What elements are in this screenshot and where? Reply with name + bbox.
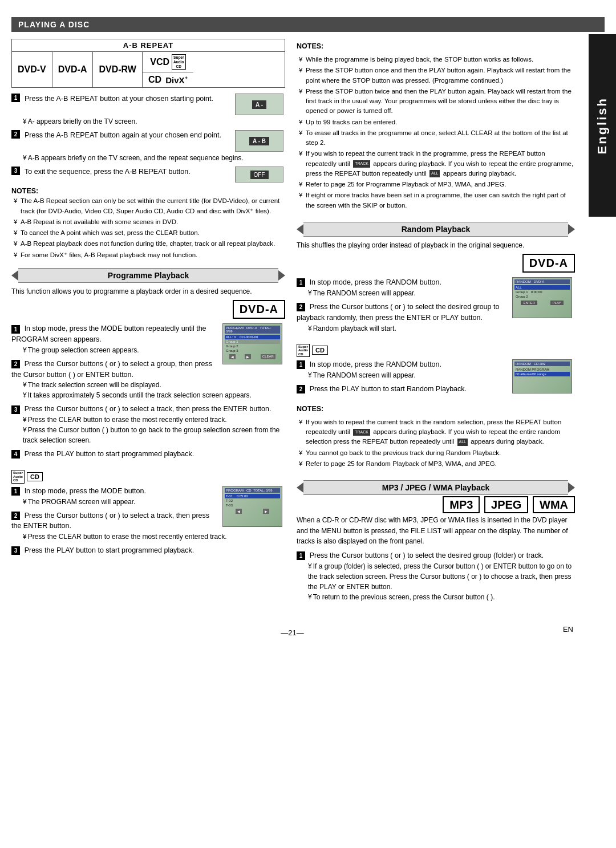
rand-cd-steptext-1: In stop mode, press the RANDOM button. xyxy=(310,360,441,368)
rand-dvda-stepnum-2: 2 xyxy=(297,303,305,311)
random-notes: If you wish to repeat the current track … xyxy=(297,417,575,469)
prog-dvda-stepnum-2: 2 xyxy=(11,360,20,368)
step-text-2: Press the A-B REPEAT button again at you… xyxy=(25,130,221,141)
ab-step-1: 1 Press the A-B REPEAT button at your ch… xyxy=(11,94,285,127)
ab-note-2: A-B Repeat is not available with some sc… xyxy=(11,217,285,227)
prog-note-1: While the programme is being played back… xyxy=(297,55,575,64)
format-dvd-rw: DVD-RW xyxy=(93,52,142,87)
prog-note-8: If eight or more tracks have been set in… xyxy=(297,190,575,210)
divider-arrow-left xyxy=(11,270,18,281)
english-sidebar: English xyxy=(589,34,616,217)
prog-cd-stepnum-2: 2 xyxy=(11,512,20,520)
random-playback-label: Random Playback xyxy=(303,222,568,237)
prog-dvda-steptext-1: In stop mode, press the MODE button repe… xyxy=(11,324,206,343)
programme-playback-divider: Programme Playback xyxy=(11,268,285,283)
random-steps-cd: RANDOM CD-RW RANDOM PROGRAM 00 albums/00… xyxy=(297,359,575,398)
rand-dvda-steptext-2: Press the Cursor buttons ( or ) to selec… xyxy=(297,303,499,322)
programme-screen-thumb: PROGRAM DVD-A TOTAL: 0/99 ALL: 0 CO-00/D… xyxy=(222,323,285,367)
dvd-a-badge: DVD-A xyxy=(233,300,285,319)
random-notes-label: NOTES: xyxy=(297,405,575,413)
prog-dvda-steptext-3: Press the Cursor buttons ( or ) to selec… xyxy=(25,405,271,413)
mp3-badge: MP3 xyxy=(443,496,480,513)
prog-note-6: If you wish to repeat the current track … xyxy=(297,149,575,178)
step-text-1: Press the A-B REPEAT button at your chos… xyxy=(25,94,213,104)
ab-note-3: To cancel the A point which was set, pre… xyxy=(11,228,285,238)
rand-cd-stepnum-2: 2 xyxy=(297,385,305,393)
ab-note-5: For some DivX⁺ files, A-B Repeat playbac… xyxy=(11,250,285,260)
rand-cd-steptext-2: Press the PLAY button to start Random Pl… xyxy=(310,385,467,393)
ab-note-1: The A-B Repeat section can only be set w… xyxy=(11,196,285,216)
mp3-steps: 1 Press the Cursor buttons ( or ) to sel… xyxy=(297,550,575,602)
prog-dvda-step-4: 4 Press the PLAY button to start program… xyxy=(11,449,285,460)
random-cd-format-row: SuperAudioCD CD xyxy=(297,344,575,358)
step-num-3: 3 xyxy=(11,167,20,175)
random-steps-dvda: RANDOM DVD-A ALL Group 1 0:00:00 Group 2… xyxy=(297,277,575,336)
super-cd-badge: SuperAudioCD xyxy=(11,470,25,484)
step-num-1: 1 xyxy=(11,94,20,102)
random-divider-arrow-right xyxy=(568,224,575,234)
prog-dvda-steptext-2: Press the Cursor buttons ( or ) to selec… xyxy=(11,360,212,379)
mp3-step-1: 1 Press the Cursor buttons ( or ) to sel… xyxy=(297,550,575,602)
prog-cd-stepnum-1: 1 xyxy=(11,487,20,496)
page-number: —21— xyxy=(198,628,386,637)
mp3-divider-arrow-left xyxy=(297,482,303,493)
random-cd-screen-img: RANDOM CD-RW RANDOM PROGRAM 00 albums/00… xyxy=(512,359,572,393)
ab-step1-note: A- appears briefly on the TV screen. xyxy=(11,116,285,127)
random-divider-arrow-left xyxy=(297,224,303,234)
random-screen-thumb: RANDOM DVD-A ALL Group 1 0:00:00 Group 2… xyxy=(512,277,575,320)
programme-steps-cd: PROGRAM CD TOTAL: 0/99 T-01 0:05:00 T-02… xyxy=(11,486,285,559)
wma-badge: WMA xyxy=(533,496,575,513)
random-cd-badge: CD xyxy=(312,346,328,355)
prog-note-7: Refer to page 25 for Programme Playback … xyxy=(297,180,575,189)
random-screen-img: RANDOM DVD-A ALL Group 1 0:00:00 Group 2… xyxy=(512,277,572,318)
ab-step-3: 3 To exit the sequence, press the A-B RE… xyxy=(11,167,285,184)
mp3-playback-divider: MP3 / JPEG / WMA Playback xyxy=(297,480,575,495)
vcd-upper: VCD SuperAudioCD xyxy=(143,52,193,72)
mp3-playback-label: MP3 / JPEG / WMA Playback xyxy=(303,480,568,495)
prog-dvda-stepnum-4: 4 xyxy=(11,450,20,459)
ab-step-2: 2 Press the A-B REPEAT button again at y… xyxy=(11,130,285,163)
section-header: PLAYING A DISC xyxy=(11,17,605,32)
step-text-3: To exit the sequence, press the A-B REPE… xyxy=(25,167,191,177)
rand-note-3: Refer to page 25 for Random Playback of … xyxy=(297,459,575,469)
right-column: NOTES: While the programme is being play… xyxy=(297,39,575,609)
prog-note-4: Up to 99 tracks can be entered. xyxy=(297,117,575,127)
rand-dvda-steptext-1: In stop mode, press the RANDOM button. xyxy=(310,278,441,286)
random-cd-screen-thumb: RANDOM CD-RW RANDOM PROGRAM 00 albums/00… xyxy=(512,359,575,396)
page-footer: —21— EN xyxy=(11,619,573,639)
mp3-stepnum-1: 1 xyxy=(297,551,305,560)
prog-dvda-stepnum-3: 3 xyxy=(11,405,20,414)
prog-dvda-stepnum-1: 1 xyxy=(11,325,20,334)
rand-dvda-stepnum-1: 1 xyxy=(297,278,305,287)
programme-steps-dvda: PROGRAM DVD-A TOTAL: 0/99 ALL: 0 CO-00/D… xyxy=(11,323,285,463)
prog-note-2: Press the STOP button once and then the … xyxy=(297,66,575,86)
prog-cd-stepnum-3: 3 xyxy=(11,546,20,555)
prog-dvda-step-3: 3 Press the Cursor buttons ( or ) to sel… xyxy=(11,404,285,445)
rand-cd-stepnum-1: 1 xyxy=(297,360,305,369)
divider-arrow-right xyxy=(278,270,285,281)
mp3-divider-arrow-right xyxy=(568,482,575,493)
prog-cd-steptext-3: Press the PLAY button to start programme… xyxy=(25,546,194,554)
screen-img-2: PROGRAM CD TOTAL: 0/99 T-01 0:05:00 T-02… xyxy=(222,486,282,527)
super-audio-badge: SuperAudioCD xyxy=(172,54,185,70)
prog-cd-step-3: 3 Press the PLAY button to start program… xyxy=(11,545,285,556)
page-container: English PLAYING A DISC A-B REPEAT DVD-V … xyxy=(0,0,616,848)
mp3-intro: When a CD-R or CD-RW disc with MP3, JPEG… xyxy=(297,515,575,547)
prog-notes-label: NOTES: xyxy=(297,42,575,50)
format-row: DVD-V DVD-A DVD-RW VCD SuperAudioCD xyxy=(12,52,285,87)
programme-playback-label: Programme Playback xyxy=(18,268,278,283)
prog-notes: While the programme is being played back… xyxy=(297,55,575,210)
random-playback-divider: Random Playback xyxy=(297,222,575,237)
random-dvd-a-badge: DVD-A xyxy=(522,254,575,273)
prog-note-5: To erase all tracks in the programme at … xyxy=(297,128,575,148)
programme-screen-thumb-2: PROGRAM CD TOTAL: 0/99 T-01 0:05:00 T-02… xyxy=(222,486,285,529)
ab-notes-label: NOTES: xyxy=(11,187,285,195)
main-content: A-B REPEAT DVD-V DVD-A DVD-RW VCD Sup xyxy=(11,39,575,609)
cd-format-row: SuperAudioCD CD xyxy=(11,470,285,484)
mp3-steptext-1: Press the Cursor buttons ( or ) to selec… xyxy=(310,551,544,559)
ab-step2-note: A-B appears briefly on the TV screen, an… xyxy=(11,153,285,163)
ab-repeat-section: A-B REPEAT DVD-V DVD-A DVD-RW VCD Sup xyxy=(11,39,285,88)
format-vcd-group: VCD SuperAudioCD CD DivX+ xyxy=(143,52,193,87)
random-super-cd-badge: SuperAudioCD xyxy=(297,344,310,358)
step-num-2: 2 xyxy=(11,130,20,139)
